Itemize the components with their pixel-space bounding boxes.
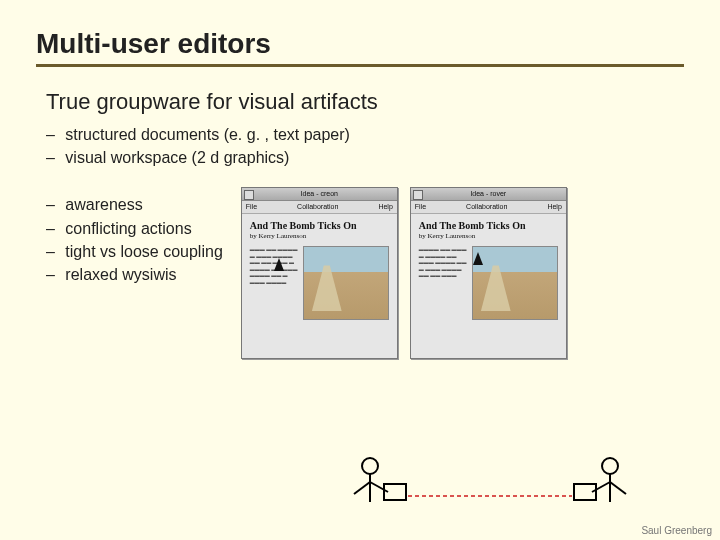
window-menubar: File Collaboration Help — [411, 201, 566, 214]
window-titlebar: Idea - rover — [411, 188, 566, 201]
bullet-item: structured documents (e. g. , text paper… — [64, 123, 684, 146]
document-byline: by Kerry Laurenson — [250, 232, 389, 240]
window-control-icon — [413, 190, 423, 200]
document-byline: by Kerry Laurenson — [419, 232, 558, 240]
document-image — [303, 246, 389, 320]
menu-help: Help — [378, 201, 392, 213]
document-body: And The Bomb Ticks On by Kerry Laurenson… — [242, 214, 397, 291]
document-body: And The Bomb Ticks On by Kerry Laurenson… — [411, 214, 566, 285]
bullet-item: tight vs loose coupling — [64, 240, 223, 263]
bullet-item: visual workspace (2 d graphics) — [64, 146, 684, 169]
menu-file: File — [246, 201, 257, 213]
window-titlebar: Idea - creon — [242, 188, 397, 201]
document-image — [472, 246, 558, 320]
menu-file: File — [415, 201, 426, 213]
editor-window-1: Idea - creon File Collaboration Help And… — [241, 187, 398, 359]
svg-line-3 — [354, 482, 370, 494]
menu-help: Help — [547, 201, 561, 213]
editor-windows: Idea - creon File Collaboration Help And… — [241, 187, 567, 359]
slide-footer: Saul Greenberg — [641, 525, 712, 536]
bullet-group-1: structured documents (e. g. , text paper… — [64, 123, 684, 169]
bullet-group-2: awareness conflicting actions tight vs l… — [64, 193, 223, 286]
telepointer-icon — [473, 252, 483, 265]
window-control-icon — [244, 190, 254, 200]
menu-collaboration: Collaboration — [466, 201, 507, 213]
window-title-text: Idea - creon — [301, 190, 338, 197]
window-title-text: Idea - rover — [470, 190, 506, 197]
bullet-item: awareness — [64, 193, 223, 216]
title-rule — [36, 64, 684, 67]
svg-point-0 — [362, 458, 378, 474]
window-menubar: File Collaboration Help — [242, 201, 397, 214]
editor-window-2: Idea - rover File Collaboration Help And… — [410, 187, 567, 359]
slide-title: Multi-user editors — [36, 28, 684, 60]
bullet-item: relaxed wysiwis — [64, 263, 223, 286]
telepointer-icon — [274, 258, 284, 271]
document-headline: And The Bomb Ticks On — [419, 220, 558, 231]
slide-subtitle: True groupware for visual artifacts — [46, 89, 684, 115]
document-headline: And The Bomb Ticks On — [250, 220, 389, 231]
bullet-item: conflicting actions — [64, 217, 223, 240]
collaboration-illustration — [330, 454, 650, 524]
menu-collaboration: Collaboration — [297, 201, 338, 213]
svg-line-8 — [610, 482, 626, 494]
svg-point-5 — [602, 458, 618, 474]
